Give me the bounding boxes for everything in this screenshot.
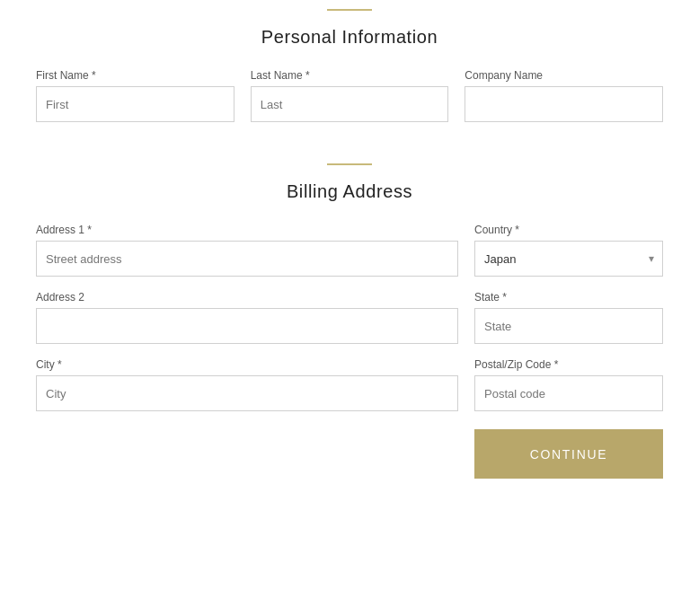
last-name-input[interactable] [251, 86, 449, 122]
address2-group: Address 2 [36, 291, 458, 344]
city-input[interactable] [36, 375, 458, 411]
section-divider-personal [327, 9, 372, 11]
postal-zip-group: Postal/Zip Code * [474, 358, 663, 411]
company-name-label: Company Name [465, 69, 663, 82]
address2-label: Address 2 [36, 291, 458, 304]
company-name-input[interactable] [465, 86, 663, 122]
address1-group: Address 1 * [36, 224, 458, 277]
postal-zip-input[interactable] [474, 375, 663, 411]
personal-info-title: Personal Information [36, 27, 663, 48]
company-name-group: Company Name [465, 69, 663, 122]
billing-columns: Address 1 * Address 2 City * Country * [36, 224, 663, 479]
first-name-input[interactable] [36, 86, 234, 122]
state-input[interactable] [474, 308, 663, 344]
continue-button[interactable]: CONTINUE [474, 429, 663, 479]
section-divider-billing [327, 163, 372, 165]
billing-address-section: Billing Address Address 1 * Address 2 Ci… [36, 163, 663, 479]
last-name-group: Last Name * [251, 69, 449, 122]
postal-zip-label: Postal/Zip Code * [474, 358, 663, 371]
state-label: State * [474, 291, 663, 304]
billing-left-col: Address 1 * Address 2 City * [36, 224, 458, 479]
first-name-label: First Name * [36, 69, 234, 82]
country-select[interactable]: Japan United States United Kingdom Austr… [474, 241, 663, 277]
personal-info-section: Personal Information First Name * Last N… [36, 9, 663, 136]
first-name-group: First Name * [36, 69, 234, 122]
city-label: City * [36, 358, 458, 371]
address1-label: Address 1 * [36, 224, 458, 236]
state-group: State * [474, 291, 663, 344]
address1-input[interactable] [36, 241, 458, 277]
address2-input[interactable] [36, 308, 458, 344]
last-name-label: Last Name * [251, 69, 449, 82]
city-group: City * [36, 358, 458, 411]
country-group: Country * Japan United States United Kin… [474, 224, 663, 277]
billing-address-title: Billing Address [36, 181, 663, 202]
country-select-wrapper: Japan United States United Kingdom Austr… [474, 241, 663, 277]
personal-info-row: First Name * Last Name * Company Name [36, 69, 663, 136]
country-label: Country * [474, 224, 663, 236]
page-container: Personal Information First Name * Last N… [0, 0, 699, 616]
billing-right-col: Country * Japan United States United Kin… [474, 224, 663, 479]
